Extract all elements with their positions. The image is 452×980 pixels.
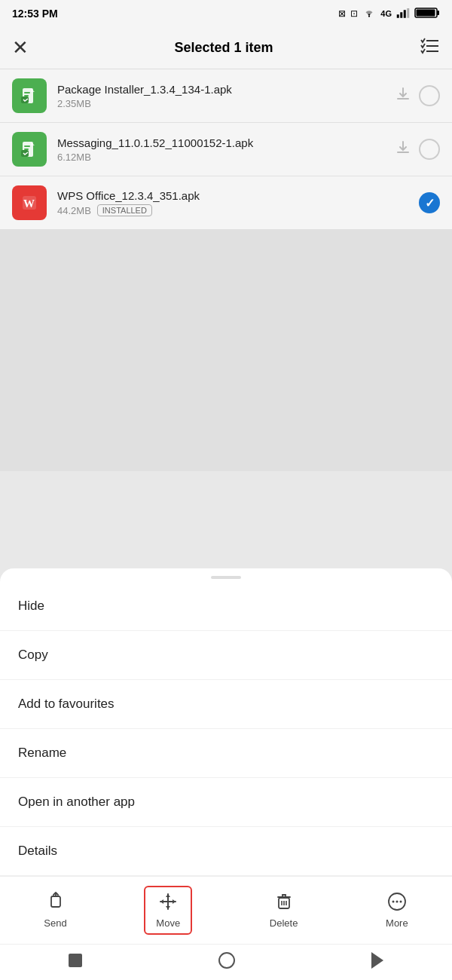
file-list: Package Installer_1.3.4_134-1.apk 2.35MB xyxy=(0,69,452,230)
lte-icon: 4G xyxy=(380,9,392,18)
svg-rect-1 xyxy=(397,14,399,18)
file-name-2: Messaging_11.0.1.52_11000152-1.apk xyxy=(57,136,384,149)
select-circle-3-checked[interactable] xyxy=(419,192,440,213)
svg-rect-4 xyxy=(407,8,409,18)
wifi-icon xyxy=(362,8,376,20)
svg-rect-12 xyxy=(24,92,30,93)
nav-square-icon xyxy=(69,954,82,967)
file-icon-2 xyxy=(12,132,47,167)
empty-area xyxy=(0,230,452,471)
top-bar: ✕ Selected 1 item xyxy=(0,27,452,69)
delete-icon xyxy=(275,892,293,914)
file-info-1: Package Installer_1.3.4_134-1.apk 2.35MB xyxy=(57,83,384,109)
send-label: Send xyxy=(44,917,66,929)
top-bar-title: Selected 1 item xyxy=(174,40,273,56)
file-meta-2: 6.12MB xyxy=(57,152,384,163)
svg-rect-7 xyxy=(417,9,435,16)
installed-badge: INSTALLED xyxy=(97,204,152,216)
svg-rect-6 xyxy=(437,11,439,15)
file-info-2: Messaging_11.0.1.52_11000152-1.apk 6.12M… xyxy=(57,136,384,163)
menu-item-details[interactable]: Details xyxy=(0,827,452,876)
file-item-2[interactable]: Messaging_11.0.1.52_11000152-1.apk 6.12M… xyxy=(0,123,452,176)
svg-rect-13 xyxy=(24,95,29,96)
status-icons: ⊠ ⊡ 4G xyxy=(338,7,440,21)
status-bar: 12:53 PM ⊠ ⊡ 4G xyxy=(0,0,452,27)
svg-rect-17 xyxy=(24,149,29,150)
notification-icon: ⊠ xyxy=(338,8,346,19)
bottom-sheet: Hide Copy Add to favourites Rename Open … xyxy=(0,568,452,980)
file-size-1: 2.35MB xyxy=(57,98,91,109)
svg-point-29 xyxy=(399,901,402,903)
file-icon-1 xyxy=(12,78,47,113)
delete-label: Delete xyxy=(270,917,298,929)
download-icon-2[interactable] xyxy=(395,139,411,160)
file-actions-2 xyxy=(395,139,440,160)
sheet-handle xyxy=(0,568,452,582)
menu-item-add-favourites[interactable]: Add to favourites xyxy=(0,680,452,729)
file-icon-3: W xyxy=(12,185,47,220)
svg-point-27 xyxy=(392,901,394,903)
menu-item-rename[interactable]: Rename xyxy=(0,729,452,778)
screenshot-icon: ⊡ xyxy=(350,8,358,19)
menu-item-copy[interactable]: Copy xyxy=(0,631,452,680)
file-info-3: WPS Office_12.3.4_351.apk 44.2MB INSTALL… xyxy=(57,189,408,216)
move-button[interactable]: Move xyxy=(144,886,192,935)
send-icon xyxy=(46,892,66,914)
move-icon xyxy=(158,892,178,914)
nav-home-button[interactable] xyxy=(203,946,250,978)
file-item-1[interactable]: Package Installer_1.3.4_134-1.apk 2.35MB xyxy=(0,69,452,123)
svg-point-0 xyxy=(368,15,370,17)
file-item-3[interactable]: W WPS Office_12.3.4_351.apk 44.2MB INSTA… xyxy=(0,176,452,230)
svg-rect-16 xyxy=(24,145,30,147)
send-button[interactable]: Send xyxy=(33,886,77,935)
svg-rect-2 xyxy=(400,12,402,18)
file-size-3: 44.2MB xyxy=(57,205,91,216)
svg-rect-21 xyxy=(51,896,60,907)
sheet-handle-bar xyxy=(211,576,241,579)
file-actions-3 xyxy=(419,192,440,213)
bottom-toolbar: Send Move xyxy=(0,876,452,944)
more-label: More xyxy=(386,917,408,929)
file-name-3: WPS Office_12.3.4_351.apk xyxy=(57,189,408,202)
more-icon xyxy=(387,892,407,914)
select-circle-1[interactable] xyxy=(419,85,440,106)
nav-circle-icon xyxy=(218,952,235,969)
svg-rect-3 xyxy=(404,10,406,18)
select-circle-2[interactable] xyxy=(419,139,440,160)
signal-icon xyxy=(396,8,410,20)
nav-back-icon xyxy=(371,952,383,969)
nav-back-button[interactable] xyxy=(356,946,399,978)
file-meta-3: 44.2MB INSTALLED xyxy=(57,204,408,216)
download-icon-1[interactable] xyxy=(395,86,411,106)
svg-point-28 xyxy=(396,901,398,903)
close-button[interactable]: ✕ xyxy=(12,36,29,60)
file-actions-1 xyxy=(395,85,440,106)
battery-icon xyxy=(414,7,440,21)
more-button[interactable]: More xyxy=(375,886,419,935)
status-time: 12:53 PM xyxy=(12,8,58,20)
file-name-1: Package Installer_1.3.4_134-1.apk xyxy=(57,83,384,96)
file-size-2: 6.12MB xyxy=(57,152,91,163)
file-meta-1: 2.35MB xyxy=(57,98,384,109)
svg-rect-14 xyxy=(21,96,29,103)
svg-rect-18 xyxy=(21,150,29,157)
nav-square-button[interactable] xyxy=(53,948,97,977)
svg-text:W: W xyxy=(23,198,35,210)
multi-select-icon[interactable] xyxy=(419,38,440,59)
nav-bar xyxy=(0,944,452,980)
delete-button[interactable]: Delete xyxy=(259,886,309,935)
move-label: Move xyxy=(156,917,180,929)
menu-item-open-another-app[interactable]: Open in another app xyxy=(0,778,452,827)
menu-item-hide[interactable]: Hide xyxy=(0,582,452,631)
